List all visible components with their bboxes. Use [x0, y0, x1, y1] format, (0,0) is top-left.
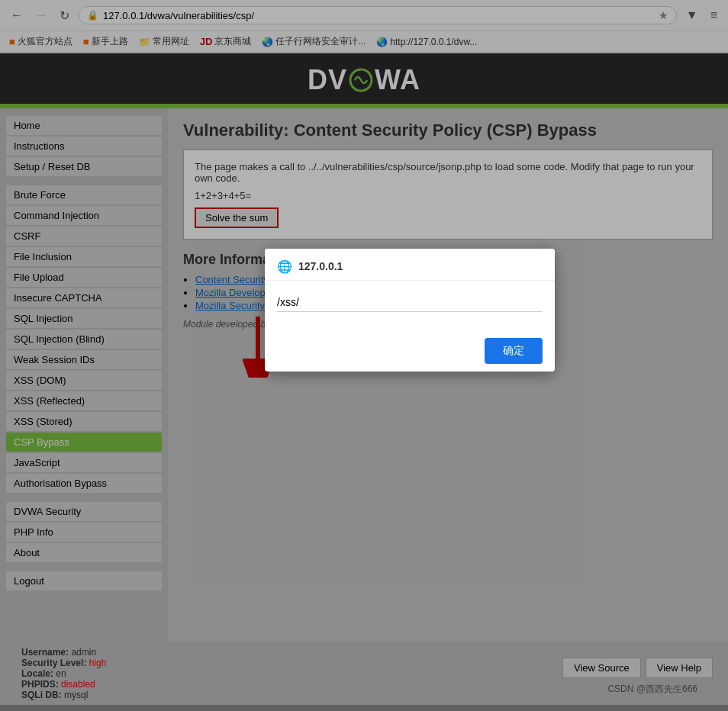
- sidebar-item-file-inclusion[interactable]: File Inclusion: [6, 247, 162, 266]
- bookmark-firefox[interactable]: ■ 火狐官方站点: [6, 34, 76, 50]
- page-title: Vulnerability: Content Security Policy (…: [183, 121, 713, 140]
- sidebar-item-setup[interactable]: Setup / Reset DB: [6, 157, 162, 176]
- bookmark-renzixing[interactable]: 🌏 任子行网络安全审计...: [259, 34, 369, 50]
- logo-circle: [347, 66, 375, 94]
- globe-icon: 🌐: [277, 259, 292, 274]
- dialog-confirm-button[interactable]: 确定: [485, 338, 543, 364]
- logo-dv: DV: [308, 64, 347, 96]
- bookmarks-bar: ■ 火狐官方站点 ■ 新手上路 📁 常用网址 JD 京东商城 🌏 任子行网络安全…: [0, 31, 728, 53]
- dialog-input[interactable]: [277, 293, 543, 312]
- user-info: Username: admin Security Level: high Loc…: [15, 647, 106, 700]
- sidebar-section-vuln: Brute Force Command Injection CSRF File …: [6, 185, 162, 493]
- sidebar-item-command-injection[interactable]: Command Injection: [6, 206, 162, 225]
- sqli-value: mysql: [64, 690, 88, 700]
- dialog-footer: 确定: [265, 330, 555, 372]
- dialog-body: [265, 281, 555, 330]
- sidebar-item-weak-session[interactable]: Weak Session IDs: [6, 350, 162, 369]
- lock-icon: 🔒: [87, 10, 98, 21]
- sidebar-item-xss-reflected[interactable]: XSS (Reflected): [6, 391, 162, 410]
- forward-button[interactable]: →: [32, 7, 50, 24]
- browser-toolbar: ← → ↻ 🔒 ★ ▼ ≡: [0, 0, 728, 31]
- sidebar-item-instructions[interactable]: Instructions: [6, 137, 162, 156]
- sidebar-item-insecure-captcha[interactable]: Insecure CAPTCHA: [6, 288, 162, 307]
- bookmark-common[interactable]: 📁 常用网址: [136, 34, 192, 50]
- back-button[interactable]: ←: [8, 7, 26, 24]
- bookmark-newuser[interactable]: ■ 新手上路: [80, 34, 131, 50]
- content-wrapper: Home Instructions Setup / Reset DB Brute…: [0, 108, 728, 642]
- main-content: Vulnerability: Content Security Policy (…: [168, 108, 728, 642]
- view-source-button[interactable]: View Source: [562, 658, 641, 678]
- info-box: The page makes a call to ../../vulnerabi…: [183, 150, 713, 240]
- reload-button[interactable]: ↻: [56, 7, 72, 24]
- bottom-row: Username: admin Security Level: high Loc…: [0, 642, 728, 705]
- footer-buttons: View Source View Help: [562, 658, 713, 678]
- dialog-domain: 127.0.0.1: [298, 260, 343, 272]
- browser-chrome: ← → ↻ 🔒 ★ ▼ ≡ ■ 火狐官方站点 ■ 新手上路 📁 常用网址 JD …: [0, 0, 728, 53]
- sidebar-section-auth: Logout: [6, 571, 162, 590]
- dialog-header: 🌐 127.0.0.1: [265, 249, 555, 281]
- logo-wa: WA: [375, 64, 420, 96]
- bookmark-jd[interactable]: JD 京东商城: [197, 34, 255, 50]
- phpids-value: disabled: [61, 679, 95, 690]
- security-value: high: [89, 658, 107, 668]
- sqli-label: SQLi DB:: [21, 690, 62, 700]
- bottom-section: Username: admin Security Level: high Loc…: [0, 642, 728, 705]
- username-label: Username:: [21, 647, 69, 658]
- locale-label: Locale:: [21, 668, 53, 679]
- phpids-label: PHPIDS:: [21, 679, 59, 690]
- sidebar-item-php-info[interactable]: PHP Info: [6, 523, 162, 542]
- sidebar-item-brute-force[interactable]: Brute Force: [6, 185, 162, 204]
- menu-button[interactable]: ≡: [707, 7, 720, 24]
- bookmark-local[interactable]: 🌏 http://127.0.0.1/dvw...: [373, 35, 480, 49]
- view-help-button[interactable]: View Help: [646, 658, 713, 678]
- sidebar-item-sql-injection-blind[interactable]: SQL Injection (Blind): [6, 330, 162, 349]
- sidebar-item-xss-stored[interactable]: XSS (Stored): [6, 412, 162, 431]
- sum-label: 1+2+3+4+5=: [195, 190, 701, 201]
- username-value: admin: [71, 647, 96, 658]
- address-bar: 🔒 ★: [79, 6, 677, 24]
- sidebar-item-dvwa-security[interactable]: DVWA Security: [6, 502, 162, 521]
- sidebar-item-xss-dom[interactable]: XSS (DOM): [6, 371, 162, 390]
- dialog-box: 🌐 127.0.0.1 确定: [265, 249, 555, 372]
- sidebar-item-logout[interactable]: Logout: [6, 571, 162, 590]
- extensions-button[interactable]: ▼: [683, 7, 701, 24]
- page-wrapper: DV WA Home Instructions Setup / Reset DB…: [0, 53, 728, 705]
- sidebar-section-top: Home Instructions Setup / Reset DB: [6, 116, 162, 176]
- sidebar-section-config: DVWA Security PHP Info About: [6, 502, 162, 562]
- sidebar-item-about[interactable]: About: [6, 543, 162, 562]
- sidebar-item-home[interactable]: Home: [6, 116, 162, 135]
- sidebar-item-csrf[interactable]: CSRF: [6, 227, 162, 246]
- sidebar-item-javascript[interactable]: JavaScript: [6, 453, 162, 472]
- star-icon[interactable]: ★: [659, 9, 668, 21]
- sidebar-item-sql-injection[interactable]: SQL Injection: [6, 309, 162, 328]
- dvwa-header: DV WA: [0, 53, 728, 104]
- sidebar: Home Instructions Setup / Reset DB Brute…: [0, 108, 168, 642]
- locale-value: en: [56, 668, 66, 679]
- sidebar-item-file-upload[interactable]: File Upload: [6, 268, 162, 287]
- watermark: CSDN @西西先生666: [607, 683, 713, 700]
- sidebar-item-csp-bypass[interactable]: CSP Bypass: [6, 433, 162, 452]
- info-text: The page makes a call to ../../vulnerabi…: [195, 161, 701, 184]
- solve-the-sum-button[interactable]: Solve the sum: [195, 208, 279, 228]
- security-label: Security Level:: [21, 658, 86, 668]
- sidebar-item-auth-bypass[interactable]: Authorisation Bypass: [6, 474, 162, 493]
- url-input[interactable]: [103, 10, 654, 21]
